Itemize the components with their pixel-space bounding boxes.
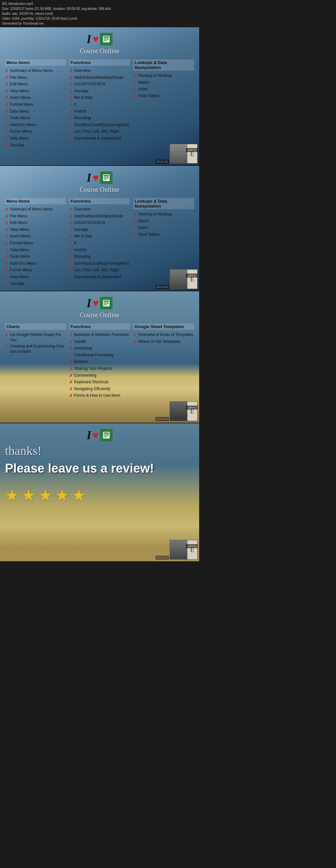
col-heading-functions-2: Functions — [69, 198, 130, 204]
x-icon: ✗ — [69, 69, 72, 74]
list-item: ✗Sumif(s)/Countif(s)/Averageif(s) — [69, 261, 130, 267]
x-icon: ✗ — [5, 344, 8, 349]
col-functions-1: Functions ✗Overview ✗Add/Subtract/Multip… — [69, 59, 130, 143]
x-icon: ✗ — [5, 136, 8, 142]
list-item: ✗Overview of Kinds of Templates — [133, 332, 194, 338]
x-icon: ✗ — [69, 136, 72, 142]
slide-2: I ♥ Course Outline Menu Items ✗Summary o… — [0, 166, 199, 291]
list-item: ✗Forms & How to Use them — [69, 393, 130, 399]
timestamp-4: 00:04:53 — [156, 556, 169, 560]
x-icon: ✗ — [69, 373, 72, 379]
slide-3: I ♥ Course Outline Charts ✗Let Google Sh… — [0, 291, 199, 423]
list-item: ✗Sumif(s)/Countif(s)/Averageif(s) — [69, 123, 130, 128]
x-icon: ✗ — [69, 248, 72, 253]
course-outline-2: Course Outline — [5, 186, 194, 193]
list-item: ✗Match — [133, 80, 194, 86]
x-icon: ✗ — [5, 69, 8, 74]
slide-2-content: I ♥ Course Outline Menu Items ✗Summary o… — [0, 166, 199, 291]
svg-rect-8 — [104, 176, 109, 177]
list-item: ✗Vlookup & Hlookup — [133, 212, 194, 217]
svg-rect-21 — [104, 435, 109, 435]
x-icon: ✗ — [133, 340, 136, 345]
x-icon: ✗ — [5, 82, 8, 87]
x-icon: ✗ — [69, 333, 72, 338]
list-item: ✗Let Google Sheets Graph For You — [5, 332, 66, 343]
list-item: ✗Conditional Formatting — [69, 353, 130, 358]
list-item: ✗Tools Menu — [5, 116, 66, 121]
x-icon: ✗ — [69, 234, 72, 240]
x-icon: ✗ — [133, 232, 136, 238]
list-item: ✗View Menu — [5, 89, 66, 94]
x-icon: ✗ — [69, 380, 72, 385]
list-item: ✗File Menu — [5, 75, 66, 81]
col-functions-3: Functions ✗Business & Statistics Functio… — [69, 323, 130, 400]
svg-rect-5 — [104, 41, 107, 41]
col-heading-lookups-2: Lookups & Data Manipulation — [133, 198, 194, 209]
logo-3: I ♥ — [5, 296, 194, 310]
list-item: ✗Average — [69, 89, 130, 94]
x-icon: ✗ — [5, 261, 8, 267]
col-heading-charts: Charts — [5, 323, 66, 330]
x-icon: ✗ — [5, 333, 8, 338]
list-item: ✗Pivot Tables — [133, 232, 194, 238]
col-heading-templates: Google Sheet Templates — [133, 323, 194, 330]
x-icon: ✗ — [5, 75, 8, 81]
x-icon: ✗ — [5, 241, 8, 246]
col-functions-2: Functions ✗Overview ✗Add/Subtract/Multip… — [69, 198, 130, 281]
x-icon: ✗ — [5, 268, 8, 273]
list-item: ✗Min & Max — [69, 234, 130, 240]
svg-rect-2 — [104, 38, 109, 38]
x-icon: ✗ — [133, 212, 136, 217]
svg-rect-13 — [104, 301, 109, 302]
list-item: ✗Format Menu — [5, 241, 66, 246]
x-icon: ✗ — [5, 227, 8, 233]
list-item: ✗Edit Menu — [5, 82, 66, 87]
list-item: ✗Tool Bar — [5, 281, 66, 287]
col-heading-menu-2: Menu Items — [5, 198, 66, 204]
x-icon: ✗ — [69, 346, 72, 351]
udemy-badge-4: udemy — [186, 544, 198, 548]
x-icon: ✗ — [133, 94, 136, 99]
logo-2: I ♥ — [5, 171, 194, 185]
list-item: ✗Forms Menu — [5, 268, 66, 273]
svg-rect-11 — [104, 179, 107, 180]
course-outline-3: Course Outline — [5, 311, 194, 319]
logo-i-2: I — [87, 171, 91, 185]
list-item: ✗Insert Menu — [5, 234, 66, 240]
x-icon: ✗ — [69, 102, 72, 108]
x-icon: ✗ — [69, 275, 72, 280]
col-heading-functions-1: Functions — [69, 59, 130, 66]
list-item: ✗Add-Ons Menu — [5, 261, 66, 267]
slide-4-content: I ♥ thanks! Please leave us a review! ★ … — [0, 423, 199, 534]
x-icon: ✗ — [69, 75, 72, 81]
list-item: ✗Borders — [69, 359, 130, 365]
list-item: ✗If — [69, 241, 130, 246]
logo-sheets-1 — [100, 33, 112, 45]
list-item: ✗Tool Bar — [5, 143, 66, 149]
list-item: ✗Add-Ons Menu — [5, 123, 66, 128]
x-icon: ✗ — [69, 360, 72, 365]
svg-rect-7 — [104, 175, 109, 176]
star-1: ★ — [5, 486, 19, 504]
review-text: Please leave us a review! — [5, 461, 194, 476]
list-item: ✗Index — [133, 87, 194, 92]
list-item: ✗Len, Find, Left, Mid, Right — [69, 268, 130, 273]
x-icon: ✗ — [69, 221, 72, 226]
list-item: ✗Add/Subtract/Multiply/Divide — [69, 214, 130, 219]
list-item: ✗And/Or — [69, 109, 130, 115]
x-icon: ✗ — [5, 214, 8, 219]
x-icon: ✗ — [69, 394, 72, 399]
x-icon: ✗ — [69, 116, 72, 121]
logo-i-3: I — [87, 296, 91, 310]
col-charts: Charts ✗Let Google Sheets Graph For You … — [5, 323, 66, 355]
list-item: ✗Summary of Menu Items — [5, 207, 66, 213]
svg-rect-19 — [104, 433, 109, 434]
svg-rect-17 — [104, 305, 107, 305]
x-icon: ✗ — [5, 96, 8, 101]
columns-3: Charts ✗Let Google Sheets Graph For You … — [5, 323, 194, 400]
col-menu-items-2: Menu Items ✗Summary of Menu Items ✗File … — [5, 198, 66, 288]
x-icon: ✗ — [5, 248, 8, 253]
list-item: ✗Help Menu — [5, 136, 66, 142]
list-item: ✗Min & Max — [69, 95, 130, 101]
x-icon: ✗ — [5, 123, 8, 128]
